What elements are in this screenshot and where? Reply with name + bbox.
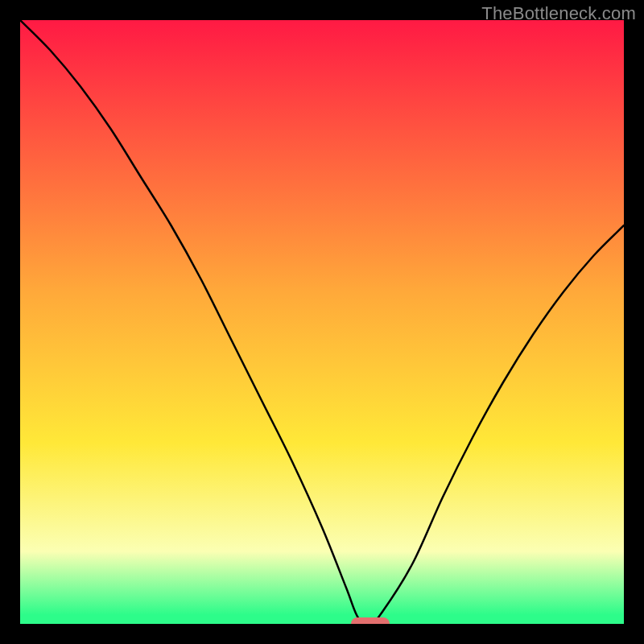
plot-area: [20, 20, 624, 624]
chart-frame: TheBottleneck.com: [0, 0, 644, 644]
watermark-text: TheBottleneck.com: [481, 3, 636, 24]
bottleneck-curve: [20, 20, 624, 624]
minimum-marker: [351, 617, 390, 624]
